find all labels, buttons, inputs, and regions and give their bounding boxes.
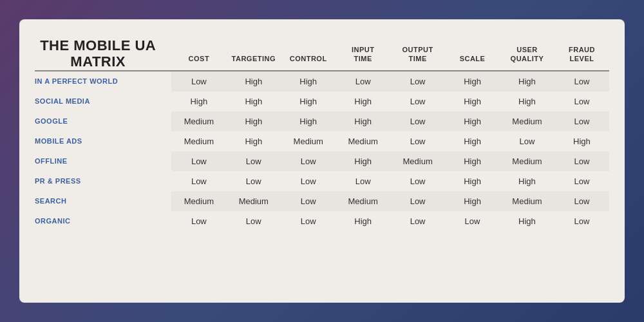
- cell-scale-2: High: [445, 111, 500, 131]
- cell-input_time-2: High: [336, 111, 390, 131]
- cell-cost-2: Medium: [171, 111, 226, 131]
- row-label-4: OFFLINE: [35, 151, 171, 171]
- cell-cost-0: Low: [171, 71, 226, 91]
- cell-fraud_level-0: Low: [554, 71, 609, 91]
- cell-output_time-7: Low: [390, 211, 445, 231]
- table-row: MOBILE ADSMediumHighMediumMediumLowHighL…: [35, 131, 609, 151]
- cell-targeting-1: High: [226, 91, 281, 111]
- col-header-user_quality: USERQUALITY: [500, 37, 554, 70]
- col-header-cost: COST: [171, 37, 226, 70]
- table-row: GOOGLEMediumHighHighHighLowHighMediumLow: [35, 111, 609, 131]
- col-header-control: CONTROL: [281, 37, 336, 70]
- main-title: THE MOBILE UA MATRIX: [35, 37, 161, 70]
- row-label-0: IN A PERFECT WORLD: [35, 71, 171, 91]
- table-row: IN A PERFECT WORLDLowHighHighLowLowHighH…: [35, 71, 609, 91]
- col-header-targeting: TARGETING: [226, 37, 281, 70]
- cell-output_time-2: Low: [390, 111, 445, 131]
- cell-user_quality-0: High: [500, 71, 554, 91]
- cell-targeting-6: Medium: [226, 191, 281, 211]
- col-header-output_time: OUTPUTTIME: [390, 37, 445, 70]
- cell-targeting-4: Low: [226, 151, 281, 171]
- table-row: OFFLINELowLowLowHighMediumHighMediumLow: [35, 151, 609, 171]
- cell-input_time-4: High: [336, 151, 390, 171]
- col-header-fraud_level: FRAUDLEVEL: [554, 37, 609, 70]
- cell-input_time-7: High: [336, 211, 390, 231]
- title-cell: THE MOBILE UA MATRIX: [35, 37, 171, 70]
- cell-fraud_level-3: High: [554, 131, 609, 151]
- cell-cost-6: Medium: [171, 191, 226, 211]
- cell-user_quality-5: High: [500, 171, 554, 191]
- cell-targeting-5: Low: [226, 171, 281, 191]
- cell-scale-0: High: [445, 71, 500, 91]
- cell-cost-5: Low: [171, 171, 226, 191]
- cell-scale-4: High: [445, 151, 500, 171]
- cell-input_time-5: Low: [336, 171, 390, 191]
- row-label-3: MOBILE ADS: [35, 131, 171, 151]
- row-label-7: ORGANIC: [35, 211, 171, 231]
- cell-control-7: Low: [281, 211, 336, 231]
- cell-cost-7: Low: [171, 211, 226, 231]
- cell-fraud_level-7: Low: [554, 211, 609, 231]
- main-card: THE MOBILE UA MATRIX COSTTARGETINGCONTRO…: [19, 19, 625, 303]
- cell-targeting-3: High: [226, 131, 281, 151]
- col-header-input_time: INPUTTIME: [336, 37, 390, 70]
- cell-scale-6: High: [445, 191, 500, 211]
- cell-output_time-0: Low: [390, 71, 445, 91]
- cell-targeting-2: High: [226, 111, 281, 131]
- cell-control-6: Low: [281, 191, 336, 211]
- cell-user_quality-2: Medium: [500, 111, 554, 131]
- cell-control-1: High: [281, 91, 336, 111]
- cell-cost-4: Low: [171, 151, 226, 171]
- cell-scale-3: High: [445, 131, 500, 151]
- cell-user_quality-3: Low: [500, 131, 554, 151]
- cell-control-5: Low: [281, 171, 336, 191]
- table-row: ORGANICLowLowLowHighLowLowHighLow: [35, 211, 609, 231]
- cell-output_time-5: Low: [390, 171, 445, 191]
- table-row: SOCIAL MEDIAHighHighHighHighLowHighHighL…: [35, 91, 609, 111]
- cell-scale-5: High: [445, 171, 500, 191]
- cell-scale-7: Low: [445, 211, 500, 231]
- cell-fraud_level-1: Low: [554, 91, 609, 111]
- cell-input_time-3: Medium: [336, 131, 390, 151]
- cell-output_time-4: Medium: [390, 151, 445, 171]
- cell-input_time-0: Low: [336, 71, 390, 91]
- cell-targeting-0: High: [226, 71, 281, 91]
- cell-output_time-6: Low: [390, 191, 445, 211]
- cell-fraud_level-6: Low: [554, 191, 609, 211]
- cell-user_quality-4: Medium: [500, 151, 554, 171]
- row-label-6: SEARCH: [35, 191, 171, 211]
- cell-control-4: Low: [281, 151, 336, 171]
- table-row: SEARCHMediumMediumLowMediumLowHighMedium…: [35, 191, 609, 211]
- cell-control-3: Medium: [281, 131, 336, 151]
- col-header-scale: SCALE: [445, 37, 500, 70]
- cell-input_time-6: Medium: [336, 191, 390, 211]
- cell-output_time-1: Low: [390, 91, 445, 111]
- cell-scale-1: High: [445, 91, 500, 111]
- cell-targeting-7: Low: [226, 211, 281, 231]
- table-row: PR & PRESSLowLowLowLowLowHighHighLow: [35, 171, 609, 191]
- cell-user_quality-1: High: [500, 91, 554, 111]
- row-label-1: SOCIAL MEDIA: [35, 91, 171, 111]
- cell-cost-3: Medium: [171, 131, 226, 151]
- cell-fraud_level-4: Low: [554, 151, 609, 171]
- cell-control-2: High: [281, 111, 336, 131]
- cell-fraud_level-5: Low: [554, 171, 609, 191]
- cell-user_quality-7: High: [500, 211, 554, 231]
- cell-input_time-1: High: [336, 91, 390, 111]
- cell-control-0: High: [281, 71, 336, 91]
- row-label-5: PR & PRESS: [35, 171, 171, 191]
- cell-fraud_level-2: Low: [554, 111, 609, 131]
- cell-output_time-3: Low: [390, 131, 445, 151]
- cell-cost-1: High: [171, 91, 226, 111]
- row-label-2: GOOGLE: [35, 111, 171, 131]
- cell-user_quality-6: Medium: [500, 191, 554, 211]
